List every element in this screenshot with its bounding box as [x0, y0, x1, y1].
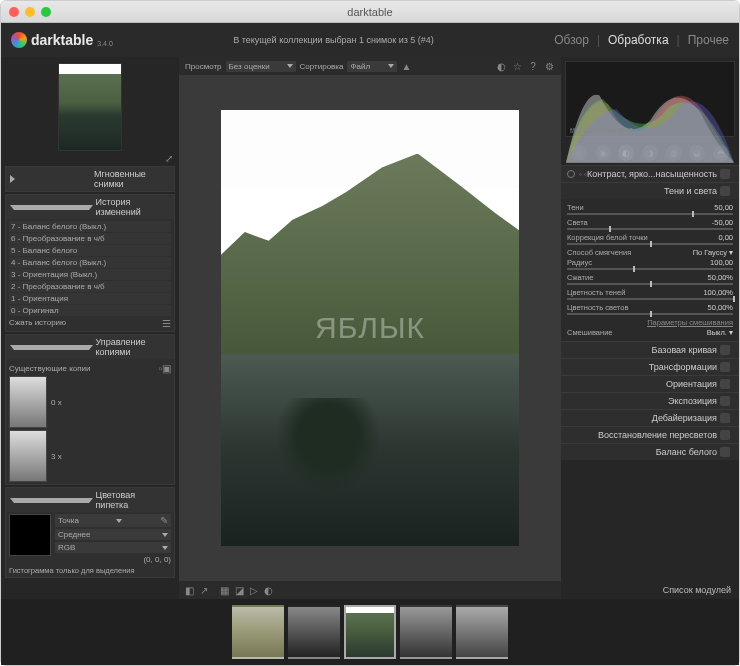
histogram[interactable]: f/inf 1/0.0 0mm iso 0	[565, 61, 735, 137]
pipette-note: Гистограмма только для выделения	[9, 566, 171, 575]
tab-other[interactable]: Прочее	[688, 33, 729, 47]
history-item[interactable]: 0 - Оригинал	[9, 305, 171, 316]
star-icon[interactable]: ☆	[511, 60, 523, 72]
slider[interactable]	[567, 268, 733, 270]
compress-history-button[interactable]: Сжать историю	[9, 318, 66, 329]
module-preset-icon[interactable]	[720, 447, 730, 457]
history-item[interactable]: 2 - Преобразование в ч/б	[9, 281, 171, 292]
module-preset-icon[interactable]	[720, 345, 730, 355]
tab-darkroom[interactable]: Обработка	[608, 33, 669, 47]
slider[interactable]	[567, 313, 733, 315]
quick-access-icon[interactable]: ◧	[185, 585, 194, 596]
iso-icon[interactable]: ▦	[220, 585, 229, 596]
duplicate-virtual-icon[interactable]: ▣	[162, 363, 171, 374]
duplicate-thumb	[9, 430, 47, 482]
duplicate-thumb	[9, 376, 47, 428]
module-preset-icon[interactable]	[720, 430, 730, 440]
color-swatch	[9, 514, 51, 556]
module-preset-icon[interactable]	[720, 169, 730, 179]
module-list-link[interactable]: Список модулей	[561, 581, 739, 599]
panel-history[interactable]: История изменений	[6, 195, 174, 219]
filmstrip-thumb[interactable]	[288, 605, 340, 659]
module-header[interactable]: Ориентация	[561, 376, 739, 392]
slider[interactable]	[567, 213, 733, 215]
duplicate-item[interactable]: 3 x	[9, 430, 171, 482]
module-preset-icon[interactable]	[720, 396, 730, 406]
module-preset-icon[interactable]	[720, 379, 730, 389]
history-item[interactable]: 6 - Преобразование в ч/б	[9, 233, 171, 244]
slider[interactable]	[567, 243, 733, 245]
filmstrip-thumb[interactable]	[400, 605, 452, 659]
duplicate-item[interactable]: 0 x	[9, 376, 171, 428]
brand-version: 3.4.0	[97, 40, 113, 47]
power-icon[interactable]	[567, 170, 575, 178]
blend-params-link[interactable]: Параметры смешивания	[567, 318, 733, 327]
filmstrip	[1, 599, 739, 665]
slider[interactable]	[567, 298, 733, 300]
clip-icon[interactable]: ◪	[235, 585, 244, 596]
sort-label: Сортировка	[300, 62, 344, 71]
brand: darktable 3.4.0	[11, 32, 113, 48]
overlay-toggle-icon[interactable]: ◐	[495, 60, 507, 72]
module-header[interactable]: Базовая кривая	[561, 342, 739, 358]
pipette-value: (0, 0, 0)	[55, 555, 171, 564]
history-item[interactable]: 7 - Баланс белого (Выкл.)	[9, 221, 171, 232]
navigation-thumbnail[interactable]	[58, 63, 122, 151]
history-item[interactable]: 5 - Баланс белого	[9, 245, 171, 256]
histogram-info: f/inf 1/0.0 0mm iso 0	[570, 127, 633, 134]
sort-select[interactable]: Файл	[347, 61, 397, 72]
history-item[interactable]: 1 - Ориентация	[9, 293, 171, 304]
sort-direction-icon[interactable]: ▲	[401, 61, 411, 72]
module-header[interactable]: Баланс белого	[561, 444, 739, 460]
view-filter-select[interactable]: Без оценки	[226, 61, 296, 72]
gear-icon[interactable]: ⚙	[543, 60, 555, 72]
blend-mode-select[interactable]: Выкл. ▾	[707, 328, 733, 337]
window-title: darktable	[1, 6, 739, 18]
pipette-mode-select[interactable]: Точка✎	[55, 514, 171, 527]
slider[interactable]	[567, 228, 733, 230]
module-shadows-highlights-header[interactable]: Тени и света	[561, 183, 739, 199]
module-preset-icon[interactable]	[720, 362, 730, 372]
panel-duplicates[interactable]: Управление копиями	[6, 335, 174, 359]
tab-overview[interactable]: Обзор	[554, 33, 589, 47]
module-header[interactable]: Восстановление пересветов	[561, 427, 739, 443]
help-icon[interactable]: ?	[527, 60, 539, 72]
module-header[interactable]: Экспозиция	[561, 393, 739, 409]
close-icon[interactable]	[9, 7, 19, 17]
collection-info: В текущей коллекции выбран 1 снимок из 5…	[113, 35, 554, 45]
gamut-icon[interactable]: ◐	[264, 585, 273, 596]
watermark: ЯБЛЫК	[315, 311, 425, 345]
minimize-icon[interactable]	[25, 7, 35, 17]
history-item[interactable]: 4 - Баланс белого (Выкл.)	[9, 257, 171, 268]
module-contrast-header[interactable]: ◦ ◦ Контраст, ярко...насыщенность	[561, 166, 739, 182]
maximize-icon[interactable]	[41, 7, 51, 17]
eyedropper-icon: ✎	[160, 515, 168, 526]
export-icon[interactable]: ↗	[200, 585, 208, 596]
brand-logo-icon	[11, 32, 27, 48]
module-header[interactable]: Трансформации	[561, 359, 739, 375]
panel-color-picker[interactable]: Цветовая пипетка	[6, 488, 174, 512]
softproof-icon[interactable]: ▷	[250, 585, 258, 596]
pipette-space-select[interactable]: RGB	[55, 542, 171, 553]
panel-snapshots[interactable]: Мгновенные снимки	[6, 167, 174, 191]
filmstrip-thumb[interactable]	[232, 605, 284, 659]
module-preset-icon[interactable]	[720, 413, 730, 423]
expand-icon[interactable]: ⤢	[163, 153, 175, 164]
slider-dropdown[interactable]: По Гауссу ▾	[693, 248, 733, 257]
brand-name: darktable	[31, 32, 93, 48]
view-label: Просмотр	[185, 62, 222, 71]
image-canvas[interactable]: ЯБЛЫК	[221, 110, 519, 546]
module-preset-icon[interactable]	[720, 186, 730, 196]
titlebar: darktable	[1, 1, 739, 23]
module-header[interactable]: Дебайеризация	[561, 410, 739, 426]
pipette-stat-select[interactable]: Среднее	[55, 529, 171, 540]
history-item[interactable]: 3 - Ориентация (Выкл.)	[9, 269, 171, 280]
filmstrip-thumb[interactable]	[344, 605, 396, 659]
slider[interactable]	[567, 283, 733, 285]
filmstrip-thumb[interactable]	[456, 605, 508, 659]
history-menu-icon[interactable]: ☰	[162, 318, 171, 329]
